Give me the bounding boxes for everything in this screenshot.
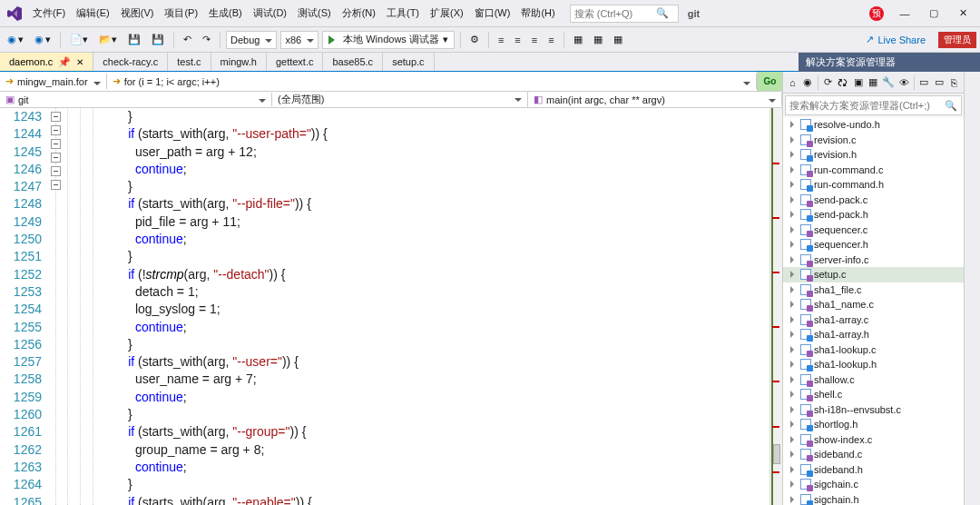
redo-button[interactable]: ↷	[199, 32, 214, 47]
menu-e[interactable]: 编辑(E)	[71, 4, 115, 22]
tree-item-shortlog-h[interactable]: shortlog.h	[783, 417, 964, 432]
code-line[interactable]: if (starts_with(arg, "--group=")) {	[100, 423, 769, 441]
code-line[interactable]: user_path = arg + 12;	[100, 144, 769, 161]
tree-item-revision-h[interactable]: revision.h	[783, 147, 964, 163]
toolbar-misc-1[interactable]: ⚙	[466, 32, 483, 47]
new-item-button[interactable]: 📄▾	[66, 32, 92, 47]
expand-icon[interactable]	[790, 301, 798, 308]
menu-n[interactable]: 分析(N)	[337, 4, 381, 22]
config-dropdown[interactable]: Debug	[226, 31, 277, 49]
scope-dropdown-1[interactable]: ➜mingw_main.for	[0, 74, 107, 89]
toolbar-misc-2[interactable]: ≡	[495, 33, 507, 47]
sol-showall-button[interactable]: ▦	[866, 74, 881, 91]
tree-item-sha1-array-c[interactable]: sha1-array.c	[783, 312, 964, 328]
tree-item-revision-c[interactable]: revision.c	[783, 133, 964, 148]
menu-w[interactable]: 窗口(W)	[469, 4, 516, 22]
toolbar-misc-4[interactable]: ≡	[528, 33, 541, 47]
member-dropdown[interactable]: ◧main(int argc, char ** argv)	[528, 93, 782, 106]
tree-item-sideband-h[interactable]: sideband.h	[783, 462, 964, 478]
expand-icon[interactable]	[790, 121, 798, 128]
code-line[interactable]: continue;	[100, 161, 769, 178]
sol-home-button[interactable]: ⌂	[785, 74, 800, 91]
expand-icon[interactable]	[790, 211, 798, 218]
tree-item-run-command-h[interactable]: run-command.h	[783, 177, 964, 193]
menu-t[interactable]: 工具(T)	[381, 4, 425, 22]
vertical-scrollbar[interactable]	[769, 108, 782, 505]
expand-icon[interactable]	[790, 480, 798, 488]
project-dropdown[interactable]: ▣git	[0, 93, 272, 106]
fold-toggle-icon[interactable]	[51, 125, 61, 135]
fold-toggle-icon[interactable]	[51, 153, 61, 163]
global-search-input[interactable]	[574, 8, 656, 19]
tree-item-show-index-c[interactable]: show-index.c	[783, 432, 964, 448]
fold-toggle-icon[interactable]	[51, 139, 61, 149]
fold-toggle-icon[interactable]	[51, 180, 61, 190]
tree-item-sha1-lookup-c[interactable]: sha1-lookup.c	[783, 342, 964, 358]
code-line[interactable]: pid_file = arg + 11;	[100, 213, 769, 231]
code-line[interactable]: detach = 1;	[100, 283, 769, 301]
tree-item-sha1-lookup-h[interactable]: sha1-lookup.h	[783, 357, 964, 372]
nav-back-button[interactable]: ◉▾	[4, 32, 27, 47]
expand-icon[interactable]	[790, 241, 798, 248]
expand-icon[interactable]	[790, 226, 798, 233]
expand-icon[interactable]	[790, 166, 798, 173]
tree-item-server-info-c[interactable]: server-info.c	[783, 252, 964, 268]
expand-icon[interactable]	[790, 391, 798, 398]
fold-cell[interactable]	[47, 112, 64, 122]
tree-item-sequencer-h[interactable]: sequencer.h	[783, 237, 964, 252]
tree-item-sigchain-h[interactable]: sigchain.h	[783, 492, 964, 506]
code-line[interactable]: if (starts_with(arg, "--pid-file=")) {	[100, 195, 769, 213]
sol-back-button[interactable]: ◉	[800, 74, 816, 91]
expand-icon[interactable]	[790, 286, 798, 293]
window-maximize-button[interactable]: ▢	[920, 5, 947, 23]
sol-prop-button[interactable]: 🔧	[881, 74, 897, 91]
code-line[interactable]: continue;	[100, 389, 769, 406]
fold-cell[interactable]	[47, 139, 64, 149]
code-line[interactable]: }	[100, 178, 769, 195]
code-line[interactable]: continue;	[100, 459, 769, 476]
toolbar-misc-3[interactable]: ≡	[511, 33, 524, 47]
expand-icon[interactable]	[790, 421, 798, 428]
code-text[interactable]: } if (starts_with(arg, "--user-path=")) …	[100, 108, 769, 505]
tree-item-sigchain-c[interactable]: sigchain.c	[783, 477, 964, 492]
expand-icon[interactable]	[790, 136, 798, 144]
code-line[interactable]: continue;	[100, 231, 769, 248]
tree-item-shell-c[interactable]: shell.c	[783, 387, 964, 402]
menu-d[interactable]: 调试(D)	[248, 4, 292, 22]
tab-mingw-h[interactable]: mingw.h	[211, 53, 267, 71]
expand-icon[interactable]	[790, 466, 798, 473]
expand-icon[interactable]	[790, 451, 798, 458]
code-editor[interactable]: 1243124412451246124712481249125012511252…	[0, 108, 782, 505]
fold-cell[interactable]	[47, 180, 64, 190]
code-line[interactable]: }	[100, 336, 769, 353]
sol-collapse-button[interactable]: ▣	[850, 74, 866, 91]
save-button[interactable]: 💾	[124, 32, 144, 47]
code-line[interactable]: if (starts_with(arg, "--enable=")) {	[100, 494, 769, 505]
expand-icon[interactable]	[790, 331, 798, 338]
tree-item-sha1-array-h[interactable]: sha1-array.h	[783, 327, 964, 342]
toolbar-misc-8[interactable]: ▦	[610, 32, 626, 47]
class-dropdown[interactable]: (全局范围)	[272, 92, 528, 107]
sol-preview-button[interactable]: 👁	[897, 74, 912, 91]
tree-item-sideband-c[interactable]: sideband.c	[783, 447, 964, 462]
menu-x[interactable]: 扩展(X)	[425, 4, 469, 22]
open-button[interactable]: 📂▾	[95, 32, 121, 47]
code-line[interactable]: group_name = arg + 8;	[100, 441, 769, 459]
go-button[interactable]: Go	[757, 72, 782, 91]
toolbar-misc-7[interactable]: ▦	[590, 32, 606, 47]
tree-item-sh-i18n-envsubst-c[interactable]: sh-i18n--envsubst.c	[783, 402, 964, 418]
expand-icon[interactable]	[790, 151, 798, 158]
menu-f[interactable]: 文件(F)	[27, 4, 71, 22]
sol-refresh-button[interactable]: 🗘	[835, 74, 850, 91]
code-line[interactable]: continue;	[100, 319, 769, 336]
expand-icon[interactable]	[790, 181, 798, 188]
expand-icon[interactable]	[790, 271, 798, 278]
menu-s[interactable]: 测试(S)	[292, 4, 337, 22]
tab-setup-c[interactable]: setup.c	[383, 53, 434, 71]
expand-icon[interactable]	[790, 316, 798, 323]
fold-cell[interactable]	[47, 153, 64, 163]
solution-search-input[interactable]	[789, 100, 945, 111]
solution-tree[interactable]: resolve-undo.hrevision.crevision.hrun-co…	[783, 117, 964, 505]
expand-icon[interactable]	[790, 361, 798, 368]
code-line[interactable]: user_name = arg + 7;	[100, 371, 769, 388]
